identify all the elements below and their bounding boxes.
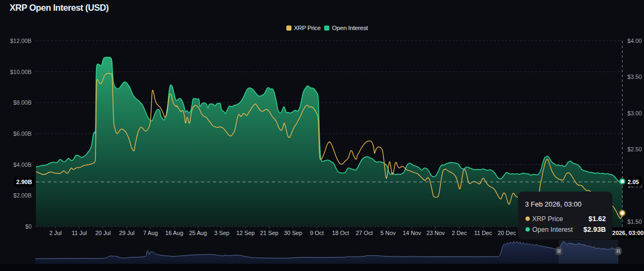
svg-text:12 Sep: 12 Sep	[236, 230, 255, 236]
svg-text:$12.00B: $12.00B	[10, 38, 32, 44]
svg-text:2.90B: 2.90B	[16, 179, 32, 185]
svg-text:$6.00B: $6.00B	[13, 130, 32, 137]
svg-text:27 Oct: 27 Oct	[356, 230, 373, 236]
svg-text:$1.62: $1.62	[588, 215, 606, 223]
svg-text:2 Dec: 2 Dec	[451, 230, 467, 236]
svg-text:20 Dec: 20 Dec	[498, 230, 516, 236]
svg-text:XRP Price: XRP Price	[532, 215, 563, 223]
svg-text:16 Aug: 16 Aug	[165, 230, 183, 236]
svg-text:$0: $0	[25, 223, 32, 230]
svg-text:3 Feb 2026, 03:00: 3 Feb 2026, 03:00	[525, 200, 582, 208]
svg-text:$4.00B: $4.00B	[13, 162, 32, 168]
svg-text:2 Jul: 2 Jul	[49, 230, 62, 236]
svg-text:23 Nov: 23 Nov	[426, 230, 445, 236]
svg-text:$2.00B: $2.00B	[13, 192, 32, 199]
svg-text:$3.00: $3.00	[627, 110, 642, 116]
svg-text:9 Oct: 9 Oct	[310, 230, 324, 236]
svg-text:11 Dec: 11 Dec	[474, 230, 492, 236]
svg-text:$1.50: $1.50	[627, 218, 642, 225]
svg-text:$10.00B: $10.00B	[10, 69, 32, 75]
svg-text:$3.50: $3.50	[627, 74, 642, 80]
svg-text:Open Interest: Open Interest	[332, 25, 368, 31]
svg-text:25 Aug: 25 Aug	[189, 230, 207, 236]
svg-text:29 Jul: 29 Jul	[119, 230, 135, 236]
svg-text:$8.00B: $8.00B	[13, 99, 32, 106]
svg-text:7 Aug: 7 Aug	[143, 230, 158, 236]
svg-text:$4.00: $4.00	[627, 38, 642, 44]
svg-text:18 Oct: 18 Oct	[332, 230, 349, 236]
svg-text:21 Sep: 21 Sep	[260, 230, 278, 236]
svg-text:20 Jul: 20 Jul	[95, 230, 111, 236]
svg-text:30 Sep: 30 Sep	[284, 230, 302, 236]
svg-text:5 Nov: 5 Nov	[381, 230, 396, 236]
svg-text:3 Sep: 3 Sep	[214, 230, 229, 236]
svg-text:11 Jul: 11 Jul	[72, 230, 87, 236]
svg-text:XRP Open Interest (USD): XRP Open Interest (USD)	[10, 3, 109, 12]
svg-text:$2.93B: $2.93B	[583, 225, 606, 233]
svg-text:2.05: 2.05	[627, 179, 639, 185]
svg-text:Open Interest: Open Interest	[532, 226, 573, 233]
svg-text:XRP Price: XRP Price	[294, 25, 321, 31]
svg-text:$2.50: $2.50	[627, 146, 642, 152]
svg-text:14 Nov: 14 Nov	[403, 230, 421, 236]
